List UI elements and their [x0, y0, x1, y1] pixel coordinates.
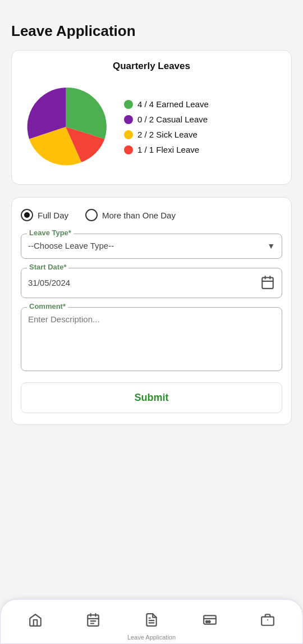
- briefcase-icon: [260, 613, 275, 631]
- legend-item-earned: 4 / 4 Earned Leave: [124, 99, 209, 109]
- legend-dot-casual: [124, 115, 133, 124]
- radio-more-than-one-day[interactable]: More than One Day: [85, 209, 176, 221]
- quarterly-title: Quarterly Leaves: [21, 61, 282, 72]
- start-date-label: Start Date*: [27, 263, 68, 271]
- legend-dot-earned: [124, 100, 133, 109]
- date-input-row: 31/05/2024: [28, 273, 275, 292]
- pie-chart: [21, 82, 111, 172]
- radio-label-more: More than One Day: [102, 211, 176, 220]
- legend-dot-sick: [124, 130, 133, 139]
- radio-outer-full-day: [21, 209, 33, 221]
- legend-item-sick: 2 / 2 Sick Leave: [124, 130, 209, 139]
- legend-label-casual: 0 / 2 Casual Leave: [137, 115, 208, 124]
- radio-full-day[interactable]: Full Day: [21, 209, 68, 221]
- date-value: 31/05/2024: [28, 278, 70, 287]
- leave-type-select[interactable]: --Choose Leave Type-- Earned Leave Casua…: [28, 239, 275, 253]
- legend-item-casual: 0 / 2 Casual Leave: [124, 115, 209, 124]
- start-date-field: Start Date* 31/05/2024: [21, 268, 282, 298]
- leave-type-field: Leave Type* --Choose Leave Type-- Earned…: [21, 234, 282, 259]
- form-card: Full Day More than One Day Leave Type* -…: [11, 197, 292, 425]
- nav-payment[interactable]: [196, 608, 224, 635]
- calendar-icon[interactable]: [260, 275, 275, 290]
- nav-document[interactable]: [137, 608, 166, 635]
- legend-dot-flexi: [124, 145, 133, 154]
- nav-attendance[interactable]: [79, 608, 107, 635]
- svg-point-15: [208, 621, 210, 623]
- radio-label-full-day: Full Day: [38, 211, 68, 220]
- comment-label: Comment*: [27, 302, 68, 310]
- nav-briefcase[interactable]: [254, 608, 282, 635]
- payment-icon: [203, 613, 217, 631]
- leave-type-select-wrapper: --Choose Leave Type-- Earned Leave Casua…: [28, 239, 275, 253]
- svg-rect-0: [262, 277, 273, 288]
- leave-type-label: Leave Type*: [27, 229, 74, 237]
- radio-inner-full-day: [24, 212, 30, 218]
- legend-label-sick: 2 / 2 Sick Leave: [137, 130, 198, 139]
- submit-button[interactable]: Submit: [21, 382, 282, 413]
- radio-group: Full Day More than One Day: [21, 209, 282, 221]
- svg-rect-16: [261, 617, 274, 625]
- bottom-nav: [0, 599, 303, 644]
- legend-item-flexi: 1 / 1 Flexi Leave: [124, 145, 209, 154]
- legend: 4 / 4 Earned Leave 0 / 2 Casual Leave 2 …: [124, 99, 209, 154]
- document-icon: [144, 613, 159, 631]
- svg-point-14: [206, 621, 208, 623]
- legend-label-flexi: 1 / 1 Flexi Leave: [137, 145, 199, 154]
- nav-home[interactable]: [21, 608, 49, 635]
- attendance-icon: [86, 613, 100, 631]
- comment-field: Comment*: [21, 307, 282, 371]
- home-icon: [28, 613, 43, 631]
- page-title: Leave Application: [11, 22, 292, 40]
- comment-textarea[interactable]: [28, 312, 275, 363]
- radio-outer-more: [85, 209, 98, 221]
- legend-label-earned: 4 / 4 Earned Leave: [137, 99, 209, 109]
- quarterly-card: Quarterly Leaves: [11, 50, 292, 185]
- chart-legend-row: 4 / 4 Earned Leave 0 / 2 Casual Leave 2 …: [21, 82, 282, 172]
